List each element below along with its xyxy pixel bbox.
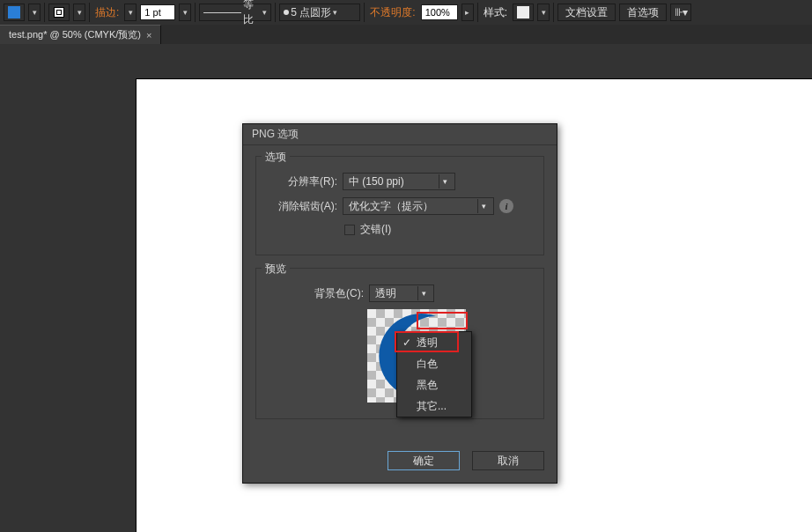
tab-title: test.png* @ 50% (CMYK/预览) (9, 28, 141, 41)
style-swatch[interactable] (513, 4, 534, 21)
document-tab[interactable]: test.png* @ 50% (CMYK/预览) × (0, 25, 161, 44)
interlaced-checkbox[interactable] (344, 225, 355, 235)
fill-swatch-dropdown[interactable]: ▾ (28, 4, 41, 21)
bgcolor-label: 背景色(C): (265, 286, 364, 301)
bgcolor-option-white[interactable]: 白色 (397, 353, 471, 374)
document-setup-button[interactable]: 文档设置 (557, 4, 616, 21)
brush-dropdown[interactable]: 5 点圆形 ▾ (279, 4, 360, 21)
antialias-dropdown[interactable]: 优化文字（提示） ▾ (343, 197, 494, 215)
chevron-down-icon: ▾ (439, 174, 451, 188)
stroke-width-dropdown[interactable]: ▾ (179, 4, 191, 21)
dash-pattern-dropdown[interactable]: 等比 ▾ (199, 4, 271, 21)
bgcolor-option-black[interactable]: 黑色 (397, 374, 471, 395)
sliders-icon: ⊪▾ (675, 6, 687, 18)
opacity-label: 不透明度: (368, 5, 417, 20)
divider-icon (364, 3, 365, 22)
opacity-dropdown[interactable]: ▸ (461, 4, 474, 21)
ok-button[interactable]: 确定 (388, 451, 460, 470)
interlaced-label: 交错(I) (360, 222, 391, 237)
line-sample-icon (203, 12, 241, 13)
brush-dot-icon (284, 10, 289, 15)
chevron-down-icon: ▾ (78, 8, 82, 17)
divider-icon (44, 3, 45, 22)
dash-label: 等比 (243, 0, 261, 27)
check-icon: ✓ (401, 336, 413, 349)
bgcolor-option-transparent[interactable]: ✓ 透明 (397, 332, 471, 353)
chevron-down-icon: ▾ (417, 286, 430, 300)
bgcolor-dropdown[interactable]: 透明 ▾ (369, 284, 434, 302)
divider-icon (195, 3, 196, 22)
style-dropdown[interactable]: ▾ (537, 4, 550, 21)
info-icon[interactable]: i (499, 199, 513, 213)
stroke-label: 描边: (93, 5, 121, 20)
divider-icon (477, 3, 478, 22)
top-control-bar: ▾ ▾ 描边: ▾ 1 pt ▾ 等比 ▾ 5 点圆形 ▾ 不透明度: 100%… (0, 0, 812, 25)
antialias-label: 消除锯齿(A): (265, 199, 337, 214)
brush-label: 5 点圆形 (291, 5, 331, 20)
chevron-down-icon: ▾ (33, 8, 37, 17)
cancel-button[interactable]: 取消 (472, 451, 544, 470)
stroke-swatch[interactable] (48, 4, 70, 21)
resolution-label: 分辨率(R): (265, 174, 337, 189)
more-options-button[interactable]: ⊪▾ (670, 4, 691, 21)
resolution-dropdown[interactable]: 中 (150 ppi) ▾ (343, 173, 455, 190)
stroke-width-input[interactable]: 1 pt (140, 4, 175, 20)
style-label: 样式: (482, 5, 509, 20)
document-tabs: test.png* @ 50% (CMYK/预览) × (0, 25, 812, 44)
options-group-label: 选项 (262, 150, 290, 165)
options-group: 选项 分辨率(R): 中 (150 ppi) ▾ 消除锯齿(A): 优化文字（提… (255, 156, 544, 255)
stroke-decrease[interactable]: ▾ (124, 4, 137, 21)
divider-icon (275, 3, 276, 22)
divider-icon (553, 3, 554, 22)
bgcolor-popup: ✓ 透明 白色 黑色 其它... (396, 331, 472, 417)
close-icon[interactable]: × (146, 30, 151, 41)
preview-group-label: 预览 (262, 262, 290, 277)
chevron-down-icon: ▾ (477, 199, 490, 213)
png-options-dialog: PNG 选项 选项 分辨率(R): 中 (150 ppi) ▾ 消除锯齿(A):… (242, 123, 557, 484)
stroke-swatch-dropdown[interactable]: ▾ (73, 4, 85, 21)
bgcolor-option-other[interactable]: 其它... (397, 395, 471, 417)
fill-swatch[interactable] (4, 4, 25, 21)
divider-icon (89, 3, 90, 22)
opacity-input[interactable]: 100% (421, 4, 458, 20)
dialog-title: PNG 选项 (243, 124, 557, 145)
preferences-button[interactable]: 首选项 (619, 4, 667, 21)
